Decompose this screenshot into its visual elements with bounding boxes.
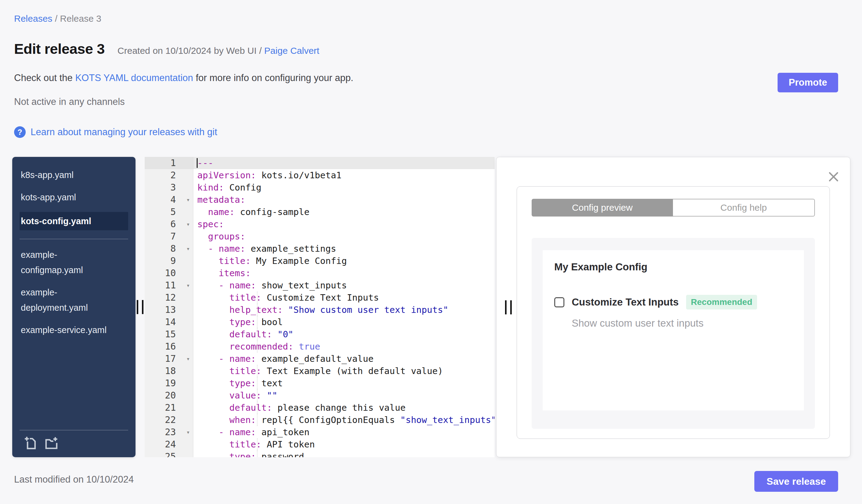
last-modified-text: Last modified on 10/10/2024 <box>14 474 134 485</box>
kots-docs-link[interactable]: KOTS YAML documentation <box>75 72 193 83</box>
editor-line-7[interactable]: 7 groups: <box>145 230 495 242</box>
fold-arrow-icon[interactable]: ▾ <box>186 426 190 438</box>
help-question-icon: ? <box>14 126 26 138</box>
editor-line-8[interactable]: 8▾ - name: example_settings <box>145 242 495 255</box>
editor-line-15[interactable]: 15 default: "0" <box>145 328 495 340</box>
code-text: kind: Config <box>193 181 495 194</box>
editor-line-1[interactable]: 1--- <box>145 157 495 169</box>
fold-arrow-icon[interactable]: ▾ <box>186 242 190 255</box>
sidebar-file-example-configmap.yaml[interactable]: example-configmap.yaml <box>12 247 113 278</box>
fold-arrow-icon[interactable]: ▾ <box>186 194 190 206</box>
code-text: default: "0" <box>193 328 495 340</box>
new-file-icon[interactable] <box>24 436 39 450</box>
editor-line-22[interactable]: 22 when: repl{{ ConfigOptionEquals "show… <box>145 414 495 426</box>
fold-arrow-icon[interactable]: ▾ <box>186 353 190 365</box>
gutter-line-10: 10 <box>145 267 193 279</box>
editor-line-23[interactable]: 23▾ - name: api_token <box>145 426 495 438</box>
gutter-line-7: 7 <box>145 230 193 242</box>
gutter-line-21: 21 <box>145 401 193 414</box>
sidebar-file-example-service.yaml[interactable]: example-service.yaml <box>12 322 113 337</box>
gutter-line-22: 22 <box>145 414 193 426</box>
editor-line-11[interactable]: 11▾ - name: show_text_inputs <box>145 279 495 291</box>
gutter-line-9: 9 <box>145 255 193 267</box>
code-text: metadata: <box>193 194 495 206</box>
gutter-line-13: 13 <box>145 304 193 316</box>
editor-line-9[interactable]: 9 title: My Example Config <box>145 255 495 267</box>
code-text: title: Text Example (with default value) <box>193 365 495 377</box>
sidebar-file-list: k8s-app.yamlkots-app.yamlkots-config.yam… <box>12 167 135 337</box>
recommended-badge: Recommended <box>686 295 757 309</box>
breadcrumb-releases-link[interactable]: Releases <box>14 13 52 24</box>
gutter-line-24: 24 <box>145 438 193 450</box>
code-text: value: "" <box>193 389 495 401</box>
customize-text-inputs-checkbox[interactable] <box>554 297 564 307</box>
gutter-line-1: 1 <box>145 157 193 169</box>
release-editor: k8s-app.yamlkots-app.yamlkots-config.yam… <box>12 157 850 457</box>
gutter-line-20: 20 <box>145 389 193 401</box>
editor-line-16[interactable]: 16 recommended: true <box>145 340 495 353</box>
editor-line-5[interactable]: 5 name: config-sample <box>145 206 495 218</box>
editor-line-24[interactable]: 24 title: API token <box>145 438 495 450</box>
code-text: --- <box>193 157 495 169</box>
git-releases-link[interactable]: Learn about managing your releases with … <box>30 127 217 137</box>
editor-line-18[interactable]: 18 title: Text Example (with default val… <box>145 365 495 377</box>
gutter-line-4: 4▾ <box>145 194 193 206</box>
gutter-line-5: 5 <box>145 206 193 218</box>
editor-line-4[interactable]: 4▾metadata: <box>145 194 495 206</box>
created-line: Created on 10/10/2024 by Web UI / Paige … <box>117 45 319 56</box>
editor-line-12[interactable]: 12 title: Customize Text Inputs <box>145 291 495 304</box>
sidebar-file-kots-config.yaml[interactable]: kots-config.yaml <box>19 212 128 230</box>
fold-arrow-icon[interactable]: ▾ <box>186 279 190 291</box>
gutter-line-19: 19 <box>145 377 193 389</box>
code-text: recommended: true <box>193 340 495 353</box>
gutter-line-16: 16 <box>145 340 193 353</box>
editor-line-17[interactable]: 17▾ - name: example_default_value <box>145 353 495 365</box>
code-text: - name: show_text_inputs <box>193 279 495 291</box>
code-text: title: My Example Config <box>193 255 495 267</box>
editor-line-3[interactable]: 3kind: Config <box>145 181 495 194</box>
editor-line-10[interactable]: 10 items: <box>145 267 495 279</box>
config-preview-panel: Config previewConfig help My Example Con… <box>496 157 850 457</box>
editor-line-2[interactable]: 2apiVersion: kots.io/v1beta1 <box>145 169 495 181</box>
code-text: type: bool <box>193 316 495 328</box>
sidebar-file-k8s-app.yaml[interactable]: k8s-app.yaml <box>12 167 113 183</box>
yaml-editor[interactable]: 1---2apiVersion: kots.io/v1beta13kind: C… <box>145 157 495 457</box>
config-item-help-text: Show custom user text inputs <box>572 317 792 329</box>
editor-line-14[interactable]: 14 type: bool <box>145 316 495 328</box>
close-icon[interactable] <box>827 170 840 184</box>
gutter-line-18: 18 <box>145 365 193 377</box>
sidebar-resize-handle[interactable] <box>136 300 144 314</box>
code-text: type: text <box>193 377 495 389</box>
code-text: - name: example_default_value <box>193 353 495 365</box>
docs-line: Check out the KOTS YAML documentation fo… <box>14 72 837 83</box>
editor-line-6[interactable]: 6▾spec: <box>145 218 495 230</box>
file-sidebar: k8s-app.yamlkots-app.yamlkots-config.yam… <box>12 157 135 457</box>
code-text: name: config-sample <box>193 206 495 218</box>
code-text: title: Customize Text Inputs <box>193 291 495 304</box>
editor-line-19[interactable]: 19 type: text <box>145 377 495 389</box>
editor-line-21[interactable]: 21 default: please change this value <box>145 401 495 414</box>
fold-arrow-icon[interactable]: ▾ <box>186 218 190 230</box>
tab-config-help[interactable]: Config help <box>673 199 815 216</box>
new-folder-icon[interactable] <box>44 436 59 450</box>
editor-line-25[interactable]: 25 type: password <box>145 450 495 457</box>
editor-line-13[interactable]: 13 help_text: "Show custom user text inp… <box>145 304 495 316</box>
config-group-title: My Example Config <box>554 261 792 273</box>
gutter-line-25: 25 <box>145 450 193 457</box>
code-text: default: please change this value <box>193 401 495 414</box>
created-author-link[interactable]: Paige Calvert <box>264 45 319 56</box>
tab-config-preview[interactable]: Config preview <box>532 199 673 216</box>
save-release-button[interactable]: Save release <box>754 471 838 492</box>
gutter-line-3: 3 <box>145 181 193 194</box>
gutter-line-15: 15 <box>145 328 193 340</box>
sidebar-file-kots-app.yaml[interactable]: kots-app.yaml <box>12 190 113 205</box>
gutter-line-11: 11▾ <box>145 279 193 291</box>
code-text: help_text: "Show custom user text inputs… <box>193 304 495 316</box>
code-text: - name: api_token <box>193 426 495 438</box>
sidebar-file-example-deployment.yaml[interactable]: example-deployment.yaml <box>12 285 113 315</box>
page-title: Edit release 3 <box>14 40 105 57</box>
editor-resize-handle[interactable] <box>505 300 512 314</box>
editor-line-20[interactable]: 20 value: "" <box>145 389 495 401</box>
promote-button[interactable]: Promote <box>778 73 838 92</box>
gutter-line-6: 6▾ <box>145 218 193 230</box>
